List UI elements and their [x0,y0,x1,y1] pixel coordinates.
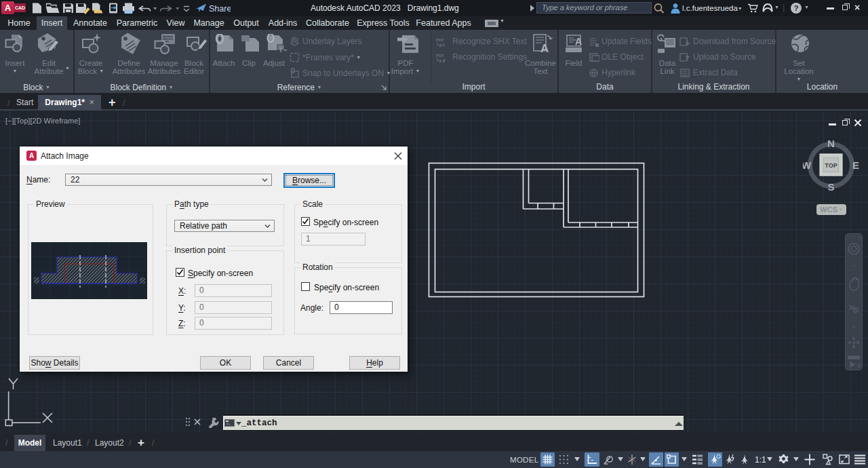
svg-text:E: E [852,159,859,171]
svg-text:TOP: TOP [825,162,837,169]
svg-text:S: S [827,181,834,193]
svg-text:Share: Share [209,4,231,14]
svg-text:W: W [803,159,812,171]
svg-text:A: A [441,42,446,47]
svg-text:A: A [540,42,549,55]
svg-text:PDF: PDF [436,54,444,58]
svg-text:A: A [575,36,582,47]
svg-text:N: N [827,138,835,149]
